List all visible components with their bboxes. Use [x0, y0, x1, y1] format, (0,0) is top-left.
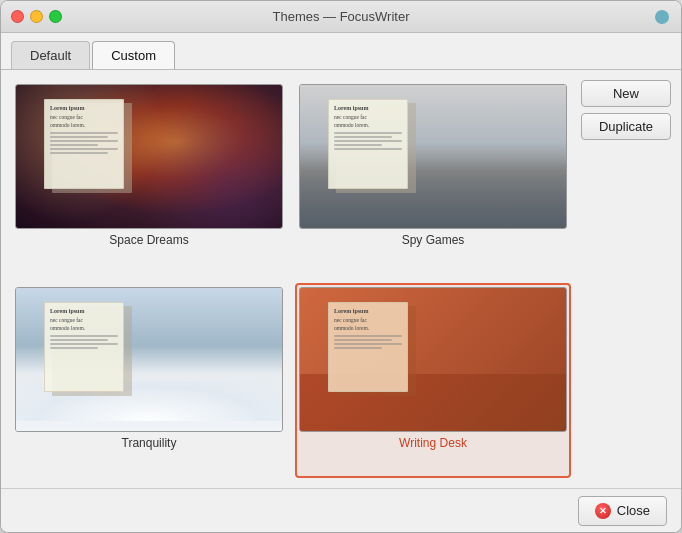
doc-line-spy-1: nec congue fac — [334, 114, 402, 122]
close-button[interactable]: ✕ Close — [578, 496, 667, 526]
line — [334, 148, 402, 150]
doc-line-space-2: ommodo lorem. — [50, 122, 118, 130]
theme-label-writing-desk: Writing Desk — [399, 436, 467, 450]
line — [50, 343, 118, 345]
theme-label-space-dreams: Space Dreams — [109, 233, 188, 247]
window-title: Themes — FocusWriter — [272, 9, 409, 24]
tab-default[interactable]: Default — [11, 41, 90, 69]
line — [50, 347, 98, 349]
doc-text-tranquility: Lorem ipsum — [50, 307, 118, 315]
theme-label-tranquility: Tranquility — [122, 436, 177, 450]
doc-line-tranq-2: ommodo lorem. — [50, 325, 118, 333]
tabs-bar: Default Custom — [1, 33, 681, 69]
doc-line-writing-1: nec congue fac — [334, 317, 402, 325]
close-icon: ✕ — [595, 503, 611, 519]
line — [50, 136, 108, 138]
doc-lines-tranquility — [50, 335, 118, 349]
line — [334, 339, 392, 341]
line — [334, 144, 382, 146]
duplicate-button[interactable]: Duplicate — [581, 113, 671, 140]
doc-lines-writing — [334, 335, 402, 349]
maximize-traffic-button[interactable] — [49, 10, 62, 23]
doc-line-spy-2: ommodo lorem. — [334, 122, 402, 130]
theme-label-spy-games: Spy Games — [402, 233, 465, 247]
content-area: Lorem ipsum nec congue fac ommodo lorem. — [1, 69, 681, 488]
tab-custom[interactable]: Custom — [92, 41, 175, 69]
theme-preview-tranquility: Lorem ipsum nec congue fac ommodo lorem. — [15, 287, 283, 432]
app-window: Themes — FocusWriter Default Custom Lore… — [0, 0, 682, 533]
doc-overlay-writing: Lorem ipsum nec congue fac ommodo lorem. — [328, 302, 408, 392]
doc-overlay-tranquility: Lorem ipsum nec congue fac ommodo lorem. — [44, 302, 124, 392]
titlebar: Themes — FocusWriter — [1, 1, 681, 33]
theme-card-tranquility[interactable]: Lorem ipsum nec congue fac ommodo lorem.… — [11, 283, 287, 478]
doc-overlay-space: Lorem ipsum nec congue fac ommodo lorem. — [44, 99, 124, 189]
theme-card-space-dreams[interactable]: Lorem ipsum nec congue fac ommodo lorem. — [11, 80, 287, 275]
line — [50, 144, 98, 146]
sidebar-buttons: New Duplicate — [581, 80, 671, 478]
themes-grid: Lorem ipsum nec congue fac ommodo lorem. — [11, 80, 571, 478]
doc-line-tranq-1: nec congue fac — [50, 317, 118, 325]
theme-preview-space-dreams: Lorem ipsum nec congue fac ommodo lorem. — [15, 84, 283, 229]
window-controls — [11, 10, 62, 23]
line — [334, 140, 402, 142]
line — [334, 335, 402, 337]
line — [50, 140, 118, 142]
new-button[interactable]: New — [581, 80, 671, 107]
line — [334, 343, 402, 345]
minimize-traffic-button[interactable] — [30, 10, 43, 23]
line — [50, 148, 118, 150]
doc-lines-spy — [334, 132, 402, 150]
doc-line-space-1: nec congue fac — [50, 114, 118, 122]
doc-line-writing-2: ommodo lorem. — [334, 325, 402, 333]
close-traffic-button[interactable] — [11, 10, 24, 23]
theme-preview-writing-desk: Lorem ipsum nec congue fac ommodo lorem. — [299, 287, 567, 432]
doc-text-space: Lorem ipsum — [50, 104, 118, 112]
theme-card-spy-games[interactable]: Lorem ipsum nec congue fac ommodo lorem.… — [295, 80, 571, 275]
doc-text-writing: Lorem ipsum — [334, 307, 402, 315]
line — [50, 339, 108, 341]
doc-overlay-spy: Lorem ipsum nec congue fac ommodo lorem. — [328, 99, 408, 189]
bottom-bar: ✕ Close — [1, 488, 681, 532]
line — [50, 132, 118, 134]
status-indicator — [655, 10, 669, 24]
doc-lines-space — [50, 132, 118, 154]
line — [334, 136, 392, 138]
theme-preview-spy-games: Lorem ipsum nec congue fac ommodo lorem. — [299, 84, 567, 229]
theme-card-writing-desk[interactable]: Lorem ipsum nec congue fac ommodo lorem.… — [295, 283, 571, 478]
line — [334, 347, 382, 349]
line — [50, 335, 118, 337]
line — [50, 152, 108, 154]
line — [334, 132, 402, 134]
doc-text-spy: Lorem ipsum — [334, 104, 402, 112]
close-label: Close — [617, 503, 650, 518]
